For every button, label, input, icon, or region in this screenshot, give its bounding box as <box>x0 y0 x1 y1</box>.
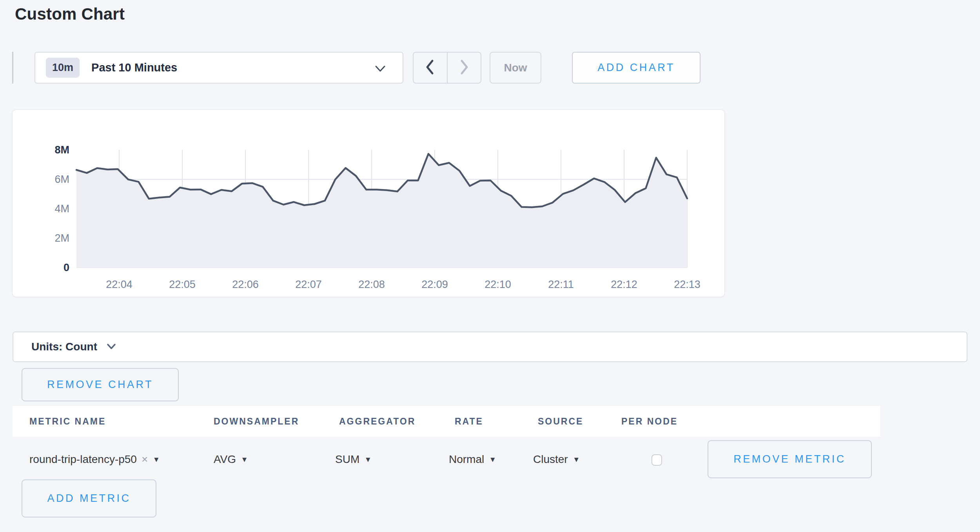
source-value: Cluster <box>533 453 568 466</box>
chart-card: 22:0422:0522:0622:0722:0822:0922:1022:11… <box>13 110 724 297</box>
metrics-table-header: METRIC NAME DOWNSAMPLER AGGREGATOR RATE … <box>13 406 880 437</box>
svg-text:22:06: 22:06 <box>232 279 259 290</box>
source-dropdown[interactable]: Cluster ▾ <box>533 440 579 478</box>
svg-text:22:13: 22:13 <box>674 279 701 290</box>
svg-text:0: 0 <box>64 262 69 273</box>
time-step-button-group <box>413 52 481 84</box>
prev-time-button[interactable] <box>414 53 447 83</box>
units-label: Units: Count <box>31 341 97 353</box>
column-header-downsampler: DOWNSAMPLER <box>214 406 299 437</box>
now-button[interactable]: Now <box>490 52 541 84</box>
svg-text:4M: 4M <box>54 203 69 215</box>
add-metric-button[interactable]: ADD METRIC <box>22 479 156 517</box>
svg-text:22:12: 22:12 <box>611 279 637 290</box>
column-header-aggregator: AGGREGATOR <box>339 406 416 437</box>
chevron-down-icon <box>106 343 117 353</box>
metric-name-dropdown[interactable]: round-trip-latency-p50 × ▾ <box>29 440 158 478</box>
column-header-source: SOURCE <box>538 406 583 437</box>
caret-down-icon: ▾ <box>574 454 579 465</box>
add-chart-button[interactable]: ADD CHART <box>572 52 701 84</box>
page-title: Custom Chart <box>15 5 125 24</box>
svg-text:8M: 8M <box>54 144 69 156</box>
remove-chart-button[interactable]: REMOVE CHART <box>22 368 179 401</box>
svg-text:22:07: 22:07 <box>295 279 322 290</box>
svg-text:6M: 6M <box>54 173 69 185</box>
per-node-checkbox[interactable] <box>652 454 662 466</box>
caret-down-icon: ▾ <box>242 454 247 465</box>
custom-chart-svg: 22:0422:0522:0622:0722:0822:0922:1022:11… <box>13 110 724 297</box>
next-time-button[interactable] <box>447 53 481 83</box>
column-header-rate: RATE <box>455 406 483 437</box>
time-range-label: Past 10 Minutes <box>91 61 177 74</box>
downsampler-dropdown[interactable]: AVG ▾ <box>214 440 247 478</box>
toolbar-divider <box>12 52 13 84</box>
caret-down-icon: ▾ <box>154 454 158 465</box>
aggregator-value: SUM <box>335 453 359 466</box>
caret-down-icon: ▾ <box>366 454 370 465</box>
svg-text:22:05: 22:05 <box>169 279 196 290</box>
rate-dropdown[interactable]: Normal ▾ <box>449 440 495 478</box>
chevron-down-icon <box>374 64 387 75</box>
remove-metric-button[interactable]: REMOVE METRIC <box>708 440 872 478</box>
svg-text:22:10: 22:10 <box>485 279 511 290</box>
svg-text:22:04: 22:04 <box>106 279 132 290</box>
time-range-badge: 10m <box>46 58 80 78</box>
caret-down-icon: ▾ <box>490 454 495 465</box>
rate-value: Normal <box>449 453 484 466</box>
metric-name-value: round-trip-latency-p50 <box>29 453 137 466</box>
aggregator-dropdown[interactable]: SUM ▾ <box>335 440 370 478</box>
svg-text:22:11: 22:11 <box>548 279 574 290</box>
clear-metric-icon[interactable]: × <box>142 453 148 466</box>
metric-row: round-trip-latency-p50 × ▾ AVG ▾ SUM ▾ N… <box>13 440 967 478</box>
svg-text:2M: 2M <box>54 232 69 244</box>
column-header-per-node: PER NODE <box>621 406 678 437</box>
time-range-dropdown[interactable]: 10m Past 10 Minutes <box>34 52 403 84</box>
svg-text:22:09: 22:09 <box>421 279 448 290</box>
downsampler-value: AVG <box>214 453 236 466</box>
chevron-right-icon <box>458 59 470 77</box>
svg-text:22:08: 22:08 <box>358 279 385 290</box>
column-header-metric-name: METRIC NAME <box>29 406 106 437</box>
chevron-left-icon <box>424 59 436 77</box>
custom-chart-page: Custom Chart 10m Past 10 Minutes Now ADD… <box>0 0 980 532</box>
units-dropdown[interactable]: Units: Count <box>13 332 967 362</box>
